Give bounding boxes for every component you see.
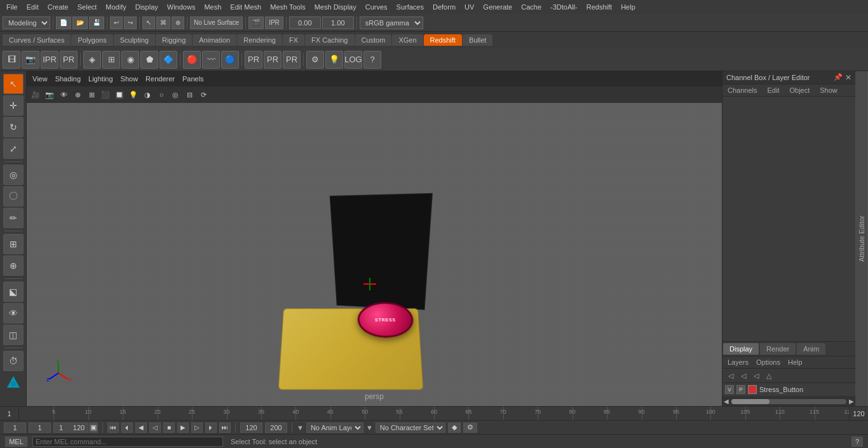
shelf-icon-1[interactable]: 🎞 — [3, 51, 20, 69]
tab-bullet[interactable]: Bullet — [463, 34, 493, 46]
menu-display[interactable]: Display — [132, 2, 162, 12]
layer-icon-1[interactable]: ◁ — [725, 370, 736, 381]
layer-menu-options[interactable]: Options — [754, 358, 783, 367]
menu-help[interactable]: Help — [617, 2, 639, 12]
vp-icon-wire[interactable]: ⊞ — [85, 88, 98, 101]
snap-grid-button[interactable]: ⊞ — [3, 234, 24, 254]
playback-go-start[interactable]: ⏮ — [107, 423, 119, 433]
timeline-track[interactable]: 5101520253035404550556065707580859095100… — [19, 407, 849, 420]
lasso-button[interactable]: ⌘ — [156, 17, 170, 29]
menu-surfaces[interactable]: Surfaces — [393, 2, 428, 12]
vp-icon-display[interactable]: ⟳ — [197, 88, 210, 101]
key-icon-button[interactable]: ◆ — [448, 423, 461, 433]
soft-select-button[interactable]: ◎ — [3, 165, 24, 185]
range-start-input[interactable] — [53, 423, 69, 433]
mel-mode-button[interactable]: MEL — [5, 437, 27, 447]
playback-prev-key[interactable]: ◀ — [135, 423, 147, 433]
range-end-input[interactable] — [69, 423, 88, 433]
vp-icon-grid[interactable]: ⊟ — [183, 88, 196, 101]
vp-icon-light[interactable]: 💡 — [127, 88, 140, 101]
tab-xgen[interactable]: XGen — [392, 34, 423, 46]
menu-mesh-tools[interactable]: Mesh Tools — [266, 2, 309, 12]
shelf-icon-7[interactable]: ◉ — [121, 51, 139, 69]
scroll-track[interactable] — [731, 399, 846, 404]
display-button[interactable]: ◫ — [3, 325, 24, 345]
shelf-icon-6[interactable]: ⊞ — [102, 51, 120, 69]
vp-icon-stereo[interactable]: 👁 — [57, 88, 70, 101]
transform-tool-button[interactable]: ✛ — [3, 95, 24, 116]
menu-create[interactable]: Create — [44, 2, 72, 12]
vp-icon-shadow[interactable]: ◑ — [141, 88, 154, 101]
tab-fx[interactable]: FX — [283, 34, 304, 46]
rotate-tool-button[interactable]: ↻ — [3, 117, 24, 137]
scroll-left-btn[interactable]: ◀ — [724, 398, 729, 405]
layer-icon-3[interactable]: ◁ — [750, 370, 762, 381]
hide-button[interactable]: 👁 — [3, 303, 24, 323]
shelf-icon-pr2[interactable]: PR — [264, 51, 281, 69]
scroll-thumb[interactable] — [731, 399, 770, 404]
shelf-icon-10[interactable]: 🔴 — [183, 51, 201, 69]
char-set-dropdown[interactable]: No Character Set — [376, 423, 445, 433]
vp-icon-snap[interactable]: ⊕ — [71, 88, 84, 101]
playback-step-fwd[interactable]: ⏵ — [205, 423, 217, 433]
menu-uv[interactable]: UV — [461, 2, 478, 12]
select-button[interactable]: ↖ — [142, 17, 155, 29]
settings-icon-button[interactable]: ⚙ — [463, 423, 477, 433]
vp-icon-persp[interactable]: 📷 — [43, 88, 56, 101]
ipr-button[interactable]: IPR — [265, 17, 283, 29]
shelf-icon-12[interactable]: 🔵 — [221, 51, 239, 69]
anim-layer-dropdown[interactable]: No Anim Layer — [306, 423, 363, 433]
menu-3dtoall[interactable]: -3DtoAll- — [546, 2, 581, 12]
vp-icon-aa[interactable]: ◎ — [169, 88, 182, 101]
panel-pin-icon[interactable]: 📌 — [834, 73, 843, 82]
layer-tab-display[interactable]: Display — [723, 343, 759, 355]
tab-rigging[interactable]: Rigging — [156, 34, 192, 46]
menu-cache[interactable]: Cache — [517, 2, 545, 12]
menu-mesh[interactable]: Mesh — [200, 2, 225, 12]
scroll-right-btn[interactable]: ▶ — [849, 398, 854, 405]
playback-play-back[interactable]: ◁ — [149, 423, 161, 433]
end-anim-input[interactable] — [240, 423, 262, 433]
end-time-input[interactable] — [265, 423, 287, 433]
vp-icon-solid[interactable]: ⬛ — [99, 88, 112, 101]
vp-menu-shading[interactable]: Shading — [52, 74, 84, 83]
shelf-icon-help[interactable]: ? — [363, 51, 381, 69]
shelf-icon-8[interactable]: ⬟ — [140, 51, 158, 69]
redo-button[interactable]: ↪ — [124, 17, 137, 29]
tab-channels[interactable]: Channels — [722, 85, 762, 96]
layer-playback-p[interactable]: P — [736, 385, 745, 394]
playback-stop[interactable]: ■ — [163, 423, 175, 433]
lasso-select-button[interactable]: 〇 — [3, 186, 24, 207]
vp-menu-renderer[interactable]: Renderer — [142, 74, 178, 83]
menu-select[interactable]: Select — [74, 2, 101, 12]
vp-icon-ao[interactable]: ○ — [155, 88, 168, 101]
tab-rendering[interactable]: Rendering — [237, 34, 282, 46]
shelf-icon-2[interactable]: 📷 — [22, 51, 39, 69]
select-tool-button[interactable]: ↖ — [3, 74, 24, 94]
vp-menu-panels[interactable]: Panels — [179, 74, 207, 83]
menu-mesh-display[interactable]: Mesh Display — [311, 2, 360, 12]
shelf-icon-3[interactable]: IPR — [41, 51, 58, 69]
tab-object[interactable]: Object — [784, 85, 815, 96]
menu-modify[interactable]: Modify — [102, 2, 130, 12]
vp-menu-show[interactable]: Show — [118, 74, 142, 83]
menu-deform[interactable]: Deform — [429, 2, 459, 12]
manipulator-button[interactable]: ⬕ — [3, 282, 24, 302]
layer-tab-anim[interactable]: Anim — [797, 343, 825, 355]
tab-curves-surfaces[interactable]: Curves / Surfaces — [3, 34, 71, 46]
maya-logo-button[interactable] — [3, 372, 24, 393]
current-frame-input[interactable] — [4, 423, 26, 433]
menu-edit[interactable]: Edit — [23, 2, 43, 12]
shelf-icon-light[interactable]: 💡 — [325, 51, 343, 69]
shelf-icon-5[interactable]: ◈ — [83, 51, 101, 69]
playback-go-end[interactable]: ⏭ — [219, 423, 231, 433]
layer-color-swatch[interactable] — [748, 385, 757, 394]
shelf-icon-4[interactable]: PR — [60, 51, 78, 69]
menu-file[interactable]: File — [3, 2, 22, 12]
tab-show[interactable]: Show — [815, 85, 843, 96]
tab-edit[interactable]: Edit — [762, 85, 784, 96]
shelf-icon-render[interactable]: ⚙ — [306, 51, 324, 69]
open-scene-button[interactable]: 📂 — [72, 17, 88, 29]
layer-visibility-v[interactable]: V — [725, 385, 734, 394]
tab-fx-caching[interactable]: FX Caching — [305, 34, 354, 46]
